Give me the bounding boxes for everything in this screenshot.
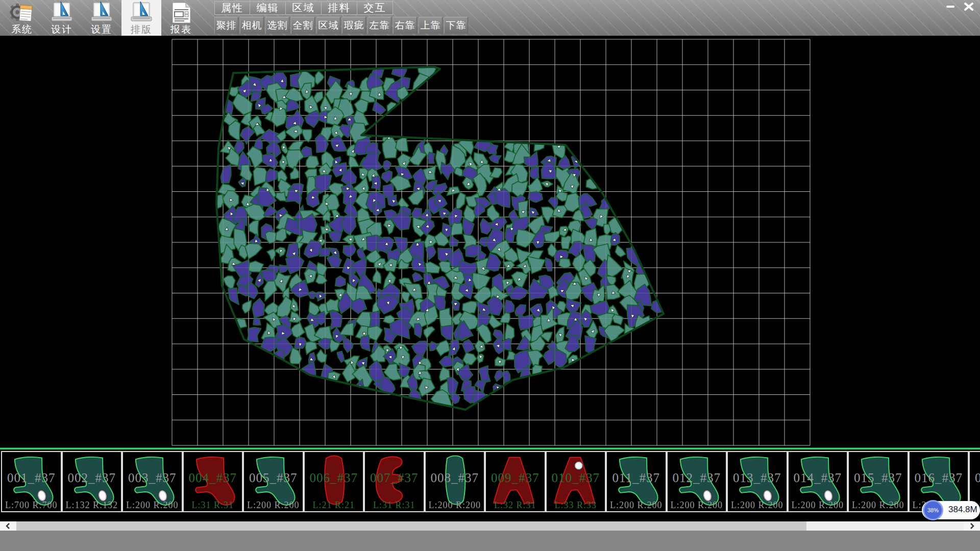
- piece-count-label: L:200 R:200: [668, 500, 726, 511]
- thumbnail-cell[interactable]: 014_#37 L:200 R:200: [788, 451, 848, 512]
- menu-bar: 属性编辑区域排料交互: [214, 1, 393, 15]
- thumbnail-cell[interactable]: 013_#37 L:200 R:200: [727, 451, 788, 512]
- thumbnail-cell[interactable]: 008_#37 L:200 R:200: [425, 451, 485, 512]
- piece-id-label: 003_#37: [123, 471, 182, 485]
- chevron-right-icon: [968, 521, 975, 531]
- piece-count-label: L:32 R:31: [486, 500, 545, 511]
- nesting-canvas[interactable]: [0, 37, 980, 447]
- tab-label: 排版: [121, 24, 161, 35]
- progress-percent-badge: 38%: [923, 500, 943, 520]
- toolbtn-snap-up[interactable]: 上靠: [419, 17, 443, 34]
- piece-id-label: 009_#37: [486, 471, 545, 485]
- piece-id-label: 016_#37: [910, 471, 968, 485]
- main-toolbar: 系统 设计 设置 排版: [0, 0, 980, 37]
- toolbtn-snap-left[interactable]: 左靠: [368, 17, 391, 34]
- piece-id-label: 014_#37: [789, 471, 847, 485]
- close-button[interactable]: [961, 1, 977, 12]
- piece-id-label: 001_#37: [2, 471, 61, 485]
- thumbnail-cell[interactable]: 009_#37 L:32 R:31: [485, 451, 546, 512]
- piece-count-label: L:700 R:700: [2, 500, 61, 511]
- piece-count-label: L:200 R:200: [426, 500, 484, 511]
- toolbtn-cluster-nest[interactable]: 聚排: [214, 17, 238, 34]
- chevron-left-icon: [5, 521, 12, 531]
- thumbnail-cell[interactable]: 001_#37 L:700 R:700: [1, 451, 62, 512]
- menu-properties[interactable]: 属性: [214, 1, 250, 15]
- menu-region[interactable]: 区域: [286, 1, 322, 15]
- piece-count-label: L:33 R:33: [547, 500, 605, 511]
- minimize-icon: [946, 5, 955, 9]
- piece-count-label: L:31 R:31: [365, 500, 424, 511]
- piece-count-label: L:200 R:200: [123, 500, 182, 511]
- thumbnail-cell[interactable]: 004_#37 L:31 R:31: [183, 451, 243, 512]
- close-icon: [964, 3, 973, 11]
- piece-id-label: 002_#37: [63, 471, 121, 485]
- tool-button-row: 聚排相机选割全割区域瑕疵左靠右靠上靠下靠: [214, 17, 468, 34]
- thumbnail-cells: 001_#37 L:700 R:700 002_#37 L:132 R:132 …: [0, 451, 980, 512]
- piece-count-label: L:21 R:21: [305, 500, 363, 511]
- piece-count-label: L:31 R:31: [184, 500, 242, 511]
- memory-usage-value: 384.8M: [948, 505, 977, 515]
- piece-count-label: L:132 R:132: [63, 500, 121, 511]
- tab-report[interactable]: 报表: [161, 0, 201, 36]
- tab-settings[interactable]: 设置: [82, 0, 121, 36]
- thumbnail-cell[interactable]: 005_#37 L:200 R:200: [243, 451, 304, 512]
- memory-status-bubble: 38% 384.8M: [922, 501, 980, 519]
- scroll-left-button[interactable]: [0, 521, 16, 531]
- toolbtn-area[interactable]: 区域: [316, 17, 340, 34]
- piece-count-label: L:200 R:200: [728, 500, 787, 511]
- piece-count-label: L:200 R:200: [789, 500, 847, 511]
- tab-nesting[interactable]: 排版: [121, 0, 161, 36]
- piece-id-label: 006_#37: [305, 471, 363, 485]
- thumbnail-cell[interactable]: 006_#37 L:21 R:21: [304, 451, 364, 512]
- report-doc-icon: [161, 1, 201, 24]
- tab-label: 报表: [161, 24, 201, 35]
- thumbnail-cell[interactable]: 011_#37 L:200 R:200: [606, 451, 667, 512]
- piece-id-label: 011_#37: [607, 471, 666, 485]
- scroll-right-button[interactable]: [964, 521, 980, 531]
- piece-id-label: 004_#37: [184, 471, 242, 485]
- toolbtn-camera[interactable]: 相机: [240, 17, 264, 34]
- thumbnail-cell[interactable]: 007_#37 L:31 R:31: [364, 451, 425, 512]
- horizontal-scrollbar[interactable]: [0, 521, 980, 531]
- thumbnail-cell[interactable]: 002_#37 L:132 R:132: [62, 451, 122, 512]
- gear-notepad-icon: [2, 1, 42, 24]
- bottom-status-bar: [0, 531, 980, 551]
- tab-label: 设计: [42, 24, 82, 35]
- scrollbar-thumb[interactable]: [16, 521, 806, 531]
- application-window: 系统 设计 设置 排版: [0, 0, 980, 551]
- menu-nest[interactable]: 排料: [322, 1, 357, 15]
- piece-id-label: 012_#37: [668, 471, 726, 485]
- thumbnail-cell[interactable]: 015_#37 L:200 R:200: [848, 451, 909, 512]
- toolbtn-defect[interactable]: 瑕疵: [342, 17, 366, 34]
- thumbnail-cell[interactable]: 010_#37 L:33 R:33: [546, 451, 606, 512]
- piece-count-label: L:200 R:200: [607, 500, 666, 511]
- tab-design[interactable]: 设计: [42, 0, 82, 36]
- piece-id-label: 007_#37: [365, 471, 424, 485]
- menu-interact[interactable]: 交互: [357, 1, 393, 15]
- piece-id-label: 010_#37: [547, 471, 605, 485]
- piece-id-label: 015_#37: [849, 471, 908, 485]
- progress-percent: 38%: [927, 507, 939, 513]
- piece-count-label: L:200 R:200: [244, 500, 303, 511]
- thumbnail-cell[interactable]: 003_#37 L:200 R:200: [122, 451, 183, 512]
- laptop-ruler-icon: [121, 1, 161, 24]
- strip-green-divider: [0, 448, 980, 449]
- laptop-ruler-icon: [82, 1, 121, 24]
- tab-label: 设置: [82, 24, 121, 35]
- tab-label: 系统: [2, 24, 42, 35]
- toolbtn-cut-all[interactable]: 全割: [291, 17, 315, 34]
- piece-thumbnail-strip: 001_#37 L:700 R:700 002_#37 L:132 R:132 …: [0, 447, 980, 514]
- thumbnail-cell[interactable]: 012_#37 L:200 R:200: [667, 451, 727, 512]
- menu-edit[interactable]: 编辑: [250, 1, 286, 15]
- piece-count-label: L:200 R:200: [849, 500, 908, 511]
- toolbtn-snap-right[interactable]: 右靠: [393, 17, 417, 34]
- toolbtn-snap-down[interactable]: 下靠: [444, 17, 468, 34]
- nested-pieces: [208, 59, 666, 411]
- piece-id-label: 008_#37: [426, 471, 484, 485]
- minimize-button[interactable]: [942, 1, 959, 12]
- piece-id-label: 013_#37: [728, 471, 787, 485]
- piece-id-label: 017_#37: [970, 471, 980, 485]
- nesting-drawing: [0, 37, 980, 447]
- tab-system[interactable]: 系统: [2, 0, 42, 36]
- toolbtn-cut-selected[interactable]: 选割: [265, 17, 289, 34]
